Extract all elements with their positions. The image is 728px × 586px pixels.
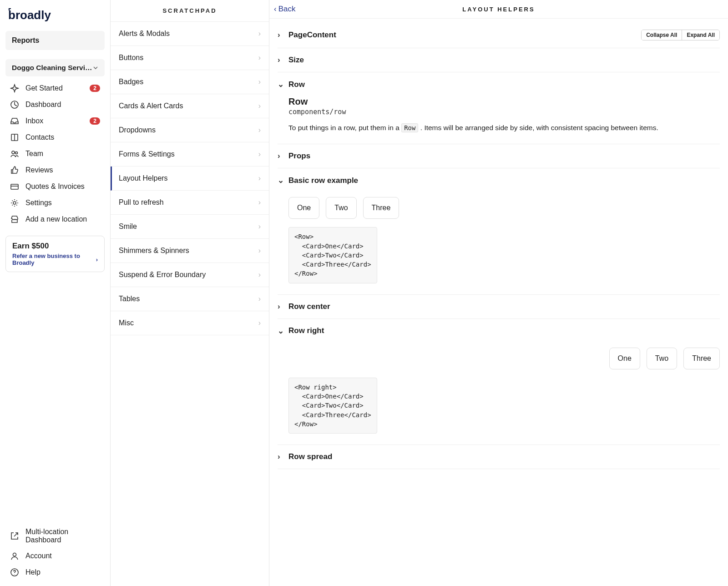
scratchpad-item[interactable]: Alerts & Modals› xyxy=(111,22,269,46)
chevron-right-icon: › xyxy=(258,102,261,110)
chevron-right-icon: › xyxy=(278,302,284,311)
nav-account[interactable]: Account xyxy=(5,548,105,564)
scratchpad-item[interactable]: Dropdowns› xyxy=(111,118,269,142)
earn-link[interactable]: Refer a new business to Broadly › xyxy=(12,253,98,266)
nav-reviews[interactable]: Reviews xyxy=(5,162,105,178)
scratchpad-item[interactable]: Suspend & Error Boundary› xyxy=(111,263,269,287)
scratchpad-panel: SCRATCHPAD Alerts & Modals›Buttons›Badge… xyxy=(111,0,269,586)
scratchpad-item-label: Alerts & Modals xyxy=(119,30,170,38)
example-card: Three xyxy=(683,348,720,369)
chevron-right-icon: › xyxy=(258,295,261,303)
nav-label: Account xyxy=(25,552,100,560)
nav-contacts[interactable]: Contacts xyxy=(5,129,105,146)
scratchpad-item[interactable]: Tables› xyxy=(111,287,269,311)
section-row-center[interactable]: › Row center xyxy=(278,298,720,316)
chevron-right-icon: › xyxy=(258,78,261,86)
row-description: To put things in a row, put them in a Ro… xyxy=(288,122,720,133)
scratchpad-item-label: Misc xyxy=(119,319,134,327)
nav-label: Multi-location Dashboard xyxy=(25,528,100,544)
nav-add-location[interactable]: Add a new location xyxy=(5,211,105,227)
scratchpad-item-label: Forms & Settings xyxy=(119,150,175,158)
nav-dashboard[interactable]: Dashboard xyxy=(5,96,105,113)
org-selector[interactable]: Doggo Cleaning Services xyxy=(5,59,105,76)
row-right-example: One Two Three <Row right> <Card>One</Car… xyxy=(288,340,720,442)
scratchpad-item-label: Suspend & Error Boundary xyxy=(119,271,206,279)
scratchpad-item[interactable]: Misc› xyxy=(111,311,269,335)
scratchpad-item[interactable]: Shimmers & Spinners› xyxy=(111,239,269,263)
section-size[interactable]: › Size xyxy=(278,51,720,69)
badge-count: 2 xyxy=(90,117,100,125)
svg-text:broadly: broadly xyxy=(8,8,51,22)
scratchpad-item-label: Buttons xyxy=(119,54,143,62)
nav-settings[interactable]: Settings xyxy=(5,195,105,211)
scratchpad-item[interactable]: Smile› xyxy=(111,215,269,239)
nav-label: Quotes & Invoices xyxy=(25,182,100,191)
nav-list: Get Started 2 Dashboard Inbox 2 Contacts… xyxy=(5,80,105,227)
chevron-right-icon: › xyxy=(258,271,261,279)
expand-collapse-group: Collapse All Expand All xyxy=(641,30,720,40)
team-icon xyxy=(10,149,19,158)
scratchpad-item[interactable]: Badges› xyxy=(111,70,269,94)
svg-rect-5 xyxy=(11,184,18,189)
row-doc: Row components/row To put things in a ro… xyxy=(288,94,720,141)
scratchpad-item[interactable]: Cards & Alert Cards› xyxy=(111,94,269,118)
reports-button[interactable]: Reports xyxy=(5,31,105,50)
section-pagecontent[interactable]: › PageContent Collapse All Expand All xyxy=(278,25,720,45)
code-block: <Row> <Card>One</Card> <Card>Two</Card> … xyxy=(288,227,377,283)
gear-icon xyxy=(10,198,19,207)
thumbs-up-icon xyxy=(10,166,19,175)
svg-point-4 xyxy=(15,152,18,154)
section-basic-row[interactable]: ⌄ Basic row example xyxy=(278,171,720,190)
nav-label: Settings xyxy=(25,199,100,207)
nav-label: Get Started xyxy=(25,84,83,92)
caret-down-icon xyxy=(93,64,98,72)
dashboard-icon xyxy=(10,100,19,109)
chevron-down-icon: ⌄ xyxy=(278,80,284,89)
example-card: Two xyxy=(647,348,677,369)
scratchpad-item[interactable]: Forms & Settings› xyxy=(111,142,269,167)
section-row-spread[interactable]: › Row spread xyxy=(278,448,720,466)
chevron-right-icon: › xyxy=(278,56,284,65)
expand-all-button[interactable]: Expand All xyxy=(682,30,719,40)
row-heading: Row xyxy=(288,96,720,107)
earn-title: Earn $500 xyxy=(12,242,98,251)
chevron-right-icon: › xyxy=(258,174,261,182)
nav-invoices[interactable]: Quotes & Invoices xyxy=(5,178,105,195)
section-row-right[interactable]: ⌄ Row right xyxy=(278,322,720,340)
scratchpad-item-label: Dropdowns xyxy=(119,126,156,134)
card-icon xyxy=(10,182,19,191)
nav-get-started[interactable]: Get Started 2 xyxy=(5,80,105,96)
scratchpad-item-label: Badges xyxy=(119,78,143,86)
scratchpad-item-label: Layout Helpers xyxy=(119,174,168,182)
collapse-all-button[interactable]: Collapse All xyxy=(642,30,682,40)
sparkle-icon xyxy=(10,84,19,93)
bottom-nav: Multi-location Dashboard Account Help xyxy=(5,524,105,581)
scratchpad-item-label: Pull to refresh xyxy=(119,198,164,207)
nav-help[interactable]: Help xyxy=(5,564,105,581)
earn-promo[interactable]: Earn $500 Refer a new business to Broadl… xyxy=(5,236,105,272)
nav-label: Dashboard xyxy=(25,101,100,109)
svg-point-3 xyxy=(12,151,15,154)
chevron-down-icon: ⌄ xyxy=(278,326,284,336)
nav-multi-location[interactable]: Multi-location Dashboard xyxy=(5,524,105,548)
nav-label: Reviews xyxy=(25,166,100,174)
section-row[interactable]: ⌄ Row xyxy=(278,75,720,94)
scratchpad-item[interactable]: Layout Helpers› xyxy=(111,167,269,191)
chevron-left-icon: ‹ xyxy=(274,5,277,14)
nav-label: Inbox xyxy=(25,117,83,125)
code-inline: Row xyxy=(401,123,418,132)
chevron-right-icon: › xyxy=(258,247,261,255)
nav-inbox[interactable]: Inbox 2 xyxy=(5,113,105,129)
store-icon xyxy=(10,215,19,224)
nav-label: Add a new location xyxy=(25,215,100,223)
nav-team[interactable]: Team xyxy=(5,146,105,162)
scratchpad-item[interactable]: Pull to refresh› xyxy=(111,191,269,215)
chevron-right-icon: › xyxy=(258,198,261,207)
chevron-right-icon: › xyxy=(258,54,261,62)
chevron-down-icon: ⌄ xyxy=(278,176,284,185)
scratchpad-title: SCRATCHPAD xyxy=(111,0,269,21)
contacts-icon xyxy=(10,133,19,142)
scratchpad-item[interactable]: Buttons› xyxy=(111,46,269,70)
back-button[interactable]: ‹ Back xyxy=(274,5,295,14)
section-props[interactable]: › Props xyxy=(278,147,720,165)
